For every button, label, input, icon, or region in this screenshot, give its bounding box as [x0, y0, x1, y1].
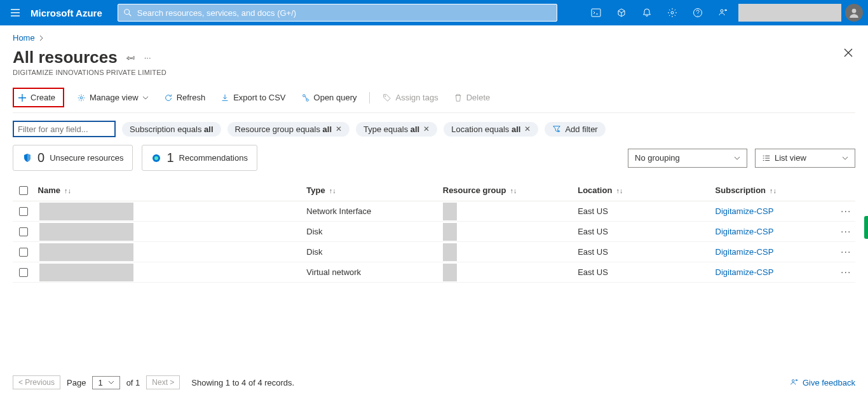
- refresh-label: Refresh: [177, 93, 206, 102]
- select-all-checkbox[interactable]: [19, 186, 28, 195]
- global-search-input[interactable]: [137, 8, 552, 18]
- filter-pill-subscription[interactable]: Subscription equals all: [122, 122, 221, 137]
- column-resource-group[interactable]: Resource group↑↓: [439, 185, 574, 195]
- chevron-down-icon: [108, 380, 114, 385]
- feedback-side-tab[interactable]: [864, 216, 868, 239]
- paging-footer: < Previous Page 1 of 1 Next > Showing 1 …: [13, 375, 855, 389]
- subscription-link[interactable]: Digitamize-CSP: [715, 267, 774, 277]
- brand-label[interactable]: Microsoft Azure: [31, 8, 102, 18]
- cell-location: East US: [574, 206, 711, 216]
- open-query-button[interactable]: Open query: [299, 90, 360, 105]
- table-row[interactable]: Virtual networkEast USDigitamize-CSP···: [13, 262, 855, 283]
- row-checkbox[interactable]: [19, 268, 28, 277]
- svg-point-7: [80, 97, 83, 99]
- next-page-button[interactable]: Next >: [146, 375, 180, 389]
- svg-line-1: [129, 14, 132, 17]
- add-filter-label: Add filter: [565, 124, 597, 134]
- export-csv-button[interactable]: Export to CSV: [218, 90, 288, 105]
- table-row[interactable]: DiskEast USDigitamize-CSP···: [13, 222, 855, 242]
- sort-icon: ↑↓: [510, 187, 517, 194]
- delete-button[interactable]: Delete: [451, 90, 493, 105]
- top-bar: Microsoft Azure: [0, 0, 868, 25]
- view-dropdown[interactable]: List view: [755, 149, 855, 168]
- shield-icon: [22, 153, 32, 163]
- filter-input[interactable]: [13, 121, 116, 137]
- row-checkbox[interactable]: [19, 207, 28, 216]
- recommendations-box[interactable]: 1 Recommendations: [142, 145, 257, 171]
- more-icon[interactable]: ···: [144, 53, 151, 62]
- notifications-icon[interactable]: [634, 0, 660, 25]
- global-search[interactable]: [118, 4, 557, 22]
- assign-tags-button[interactable]: Assign tags: [380, 90, 440, 105]
- resource-group-mask: [443, 203, 457, 220]
- pin-icon[interactable]: [126, 53, 135, 62]
- column-type[interactable]: Type↑↓: [302, 185, 438, 195]
- close-blade-icon[interactable]: [844, 48, 853, 57]
- cell-location: East US: [574, 227, 711, 236]
- row-checkbox[interactable]: [19, 227, 28, 236]
- resource-group-mask: [443, 223, 457, 241]
- menu-toggle[interactable]: [5, 0, 25, 25]
- svg-point-6: [852, 9, 857, 13]
- row-checkbox[interactable]: [19, 248, 28, 257]
- row-menu-icon[interactable]: ···: [841, 267, 851, 278]
- filter-pill-resource-group[interactable]: Resource group equals all ✕: [227, 122, 350, 137]
- directories-icon[interactable]: [609, 0, 634, 25]
- add-filter-button[interactable]: Add filter: [545, 122, 605, 137]
- refresh-button[interactable]: Refresh: [161, 90, 208, 105]
- sort-icon: ↑↓: [329, 187, 336, 194]
- previous-page-button[interactable]: < Previous: [13, 375, 60, 389]
- svg-point-5: [721, 10, 723, 12]
- chevron-down-icon: [142, 95, 149, 100]
- pill-text: Resource group equals all: [235, 124, 332, 134]
- manage-view-button[interactable]: Manage view: [74, 90, 151, 105]
- plus-icon: [18, 93, 27, 102]
- breadcrumb-home[interactable]: Home: [13, 33, 35, 43]
- account-name-mask: [738, 4, 841, 22]
- toolbar-separator: [369, 92, 370, 104]
- sort-icon: ↑↓: [64, 187, 71, 194]
- resource-group-mask: [443, 264, 457, 281]
- column-location[interactable]: Location↑↓: [574, 185, 711, 195]
- grouping-dropdown[interactable]: No grouping: [628, 149, 747, 168]
- column-name[interactable]: Name↑↓: [34, 185, 303, 195]
- settings-icon[interactable]: [660, 0, 685, 25]
- svg-point-0: [125, 10, 130, 15]
- subscription-link[interactable]: Digitamize-CSP: [715, 247, 774, 257]
- showing-records: Showing 1 to 4 of 4 records.: [191, 378, 294, 387]
- filter-pill-type[interactable]: Type equals all ✕: [356, 122, 437, 137]
- sort-icon: ↑↓: [770, 187, 776, 194]
- query-icon: [301, 93, 310, 102]
- row-menu-icon[interactable]: ···: [841, 246, 851, 258]
- cell-type: Virtual network: [302, 267, 438, 277]
- feedback-icon: [790, 378, 799, 387]
- feedback-top-icon[interactable]: [710, 0, 736, 25]
- row-menu-icon[interactable]: ···: [841, 226, 851, 238]
- cloud-shell-icon[interactable]: [583, 0, 609, 25]
- filter-pill-location[interactable]: Location equals all ✕: [444, 122, 538, 137]
- unsecure-resources-box[interactable]: 0 Unsecure resources: [13, 145, 133, 171]
- clear-type-filter-icon[interactable]: ✕: [423, 124, 430, 133]
- page-of: of 1: [126, 378, 140, 387]
- table-row[interactable]: Network InterfaceEast USDigitamize-CSP··…: [13, 201, 855, 222]
- give-feedback-label: Give feedback: [803, 378, 855, 387]
- resource-name-mask: [39, 203, 133, 220]
- page-number-dropdown[interactable]: 1: [92, 376, 119, 389]
- add-filter-icon: [552, 124, 561, 133]
- row-menu-icon[interactable]: ···: [841, 206, 851, 217]
- create-button[interactable]: Create: [15, 90, 58, 105]
- subscription-link[interactable]: Digitamize-CSP: [715, 227, 774, 236]
- column-subscription[interactable]: Subscription↑↓: [712, 185, 837, 195]
- give-feedback-link[interactable]: Give feedback: [790, 378, 855, 387]
- clear-rg-filter-icon[interactable]: ✕: [336, 124, 342, 133]
- pill-text: Subscription equals all: [130, 124, 214, 134]
- pill-text: Type equals all: [363, 124, 419, 134]
- avatar[interactable]: [845, 4, 863, 22]
- table-row[interactable]: DiskEast USDigitamize-CSP···: [13, 242, 855, 262]
- clear-location-filter-icon[interactable]: ✕: [524, 124, 531, 133]
- help-icon[interactable]: [685, 0, 710, 25]
- page-number: 1: [98, 378, 102, 387]
- subscription-link[interactable]: Digitamize-CSP: [715, 206, 774, 216]
- cell-type: Network Interface: [302, 206, 438, 216]
- view-value: List view: [775, 153, 806, 163]
